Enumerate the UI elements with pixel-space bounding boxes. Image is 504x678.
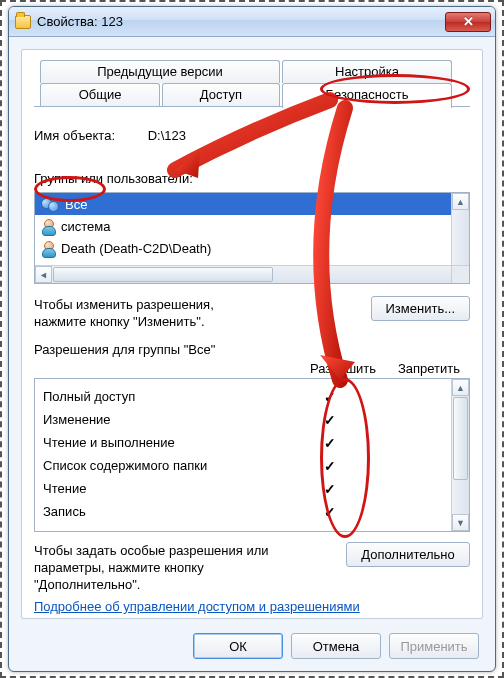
allow-check-icon: ✓ (291, 412, 369, 428)
vertical-scrollbar[interactable]: ▲ (451, 193, 469, 265)
help-link[interactable]: Подробнее об управлении доступом и разре… (34, 599, 360, 614)
list-item[interactable]: Все (35, 193, 451, 215)
permission-row: Чтение и выполнение ✓ (43, 431, 447, 454)
window-title: Свойства: 123 (37, 14, 123, 29)
cancel-button[interactable]: Отмена (291, 633, 381, 659)
horizontal-scrollbar[interactable]: ◄ ► (35, 265, 469, 283)
permission-name: Список содержимого папки (43, 458, 291, 473)
list-item[interactable]: Death (Death-C2D\Death) (35, 237, 451, 259)
permission-row: Чтение ✓ (43, 477, 447, 500)
vertical-scrollbar[interactable]: ▲ ▼ (451, 379, 469, 531)
edit-hint-line2: нажмите кнопку "Изменить". (34, 313, 361, 330)
advanced-hint-line3: "Дополнительно". (34, 576, 336, 593)
tab-security[interactable]: Безопасность (282, 83, 452, 108)
tab-customize[interactable]: Настройка (282, 60, 452, 83)
scroll-thumb[interactable] (53, 267, 273, 282)
scroll-down-icon[interactable]: ▼ (452, 514, 469, 531)
edit-hint-line1: Чтобы изменить разрешения, (34, 296, 361, 313)
advanced-button[interactable]: Дополнительно (346, 542, 470, 567)
titlebar[interactable]: Свойства: 123 ✕ (9, 7, 495, 37)
close-button[interactable]: ✕ (445, 12, 491, 32)
permission-row: Полный доступ ✓ (43, 385, 447, 408)
allow-check-icon: ✓ (291, 504, 369, 520)
permission-name: Изменение (43, 412, 291, 427)
scroll-thumb[interactable] (453, 397, 468, 480)
object-name-label: Имя объекта: (34, 128, 144, 143)
permission-name: Полный доступ (43, 389, 291, 404)
tab-general[interactable]: Общие (40, 83, 160, 106)
advanced-hint-line1: Чтобы задать особые разрешения или (34, 542, 336, 559)
allow-check-icon: ✓ (291, 481, 369, 497)
advanced-hint-line2: параметры, нажмите кнопку (34, 559, 336, 576)
scroll-up-icon[interactable]: ▲ (452, 193, 469, 210)
scroll-left-icon[interactable]: ◄ (35, 266, 52, 283)
list-item[interactable]: система (35, 215, 451, 237)
permission-row: Запись ✓ (43, 500, 447, 523)
allow-header: Разрешить (304, 361, 382, 376)
permissions-for-label: Разрешения для группы "Все" (34, 342, 470, 357)
permission-row: Изменение ✓ (43, 408, 447, 431)
tab-sharing[interactable]: Доступ (162, 83, 280, 106)
permissions-list: Полный доступ ✓ Изменение ✓ Чтение и вып… (34, 378, 470, 532)
allow-check-icon: ✓ (291, 389, 369, 405)
deny-header: Запретить (390, 361, 468, 376)
principal-name: система (61, 219, 110, 234)
scroll-corner (451, 265, 469, 283)
allow-check-icon: ✓ (291, 458, 369, 474)
permission-name: Чтение (43, 481, 291, 496)
groups-label: Группы или пользователи: (34, 171, 470, 186)
dialog-content: Предыдущие версии Настройка Общие Доступ… (21, 49, 483, 619)
ok-button[interactable]: ОК (193, 633, 283, 659)
scroll-up-icon[interactable]: ▲ (452, 379, 469, 396)
close-icon: ✕ (463, 14, 474, 29)
tab-previous-versions[interactable]: Предыдущие версии (40, 60, 280, 83)
folder-icon (15, 15, 31, 29)
edit-button[interactable]: Изменить... (371, 296, 470, 321)
permission-name: Чтение и выполнение (43, 435, 291, 450)
principals-list[interactable]: Все система Death (Death-C2D\Death) ▲ ◄ (34, 192, 470, 284)
permission-name: Запись (43, 504, 291, 519)
properties-window: Свойства: 123 ✕ Предыдущие версии Настро… (8, 6, 496, 672)
permission-row: Список содержимого папки ✓ (43, 454, 447, 477)
users-group-icon (41, 197, 59, 211)
apply-button[interactable]: Применить (389, 633, 479, 659)
principal-name: Все (65, 197, 87, 212)
user-icon (41, 219, 55, 233)
object-name-value: D:\123 (148, 128, 186, 143)
user-icon (41, 241, 55, 255)
principal-name: Death (Death-C2D\Death) (61, 241, 211, 256)
allow-check-icon: ✓ (291, 435, 369, 451)
